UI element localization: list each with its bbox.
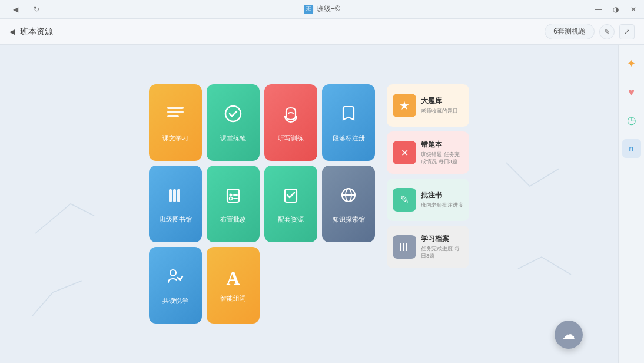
title-center: 班 班级+© — [304, 4, 340, 14]
grid-right: ★ 大题库 老师收藏的题目 ✕ 错题本 班级错题 任务完成情况 每日3题 ✎ — [387, 84, 469, 268]
nav-back-icon: ◀ — [9, 27, 15, 36]
record-card-icon — [393, 235, 416, 259]
notes-card-desc: 班内老师批注进度 — [421, 202, 463, 209]
homework-label: 布置批改 — [218, 215, 248, 223]
title-bar: ◀ ↻ 班 班级+© — ◑ ✕ — [0, 0, 644, 19]
wrong-card-title: 错题本 — [421, 140, 463, 150]
content-area: ◀ 班本资源 6套测机题 ✎ ⤢ ✦ ♥ ◷ n Toni — [0, 19, 644, 363]
card-collab[interactable]: 共读悦学 — [149, 247, 202, 324]
card-mark[interactable]: 段落标注册 — [322, 84, 375, 161]
svg-rect-1 — [167, 111, 184, 113]
sidebar-heart-icon[interactable]: ♥ — [622, 82, 641, 101]
nav-back-button[interactable]: ◀ — [9, 27, 15, 36]
svg-point-3 — [225, 106, 241, 121]
notes-card-title: 批注书 — [421, 190, 463, 200]
card-lib[interactable]: 班级图书馆 — [149, 166, 202, 242]
sidebar-star-icon[interactable]: ✦ — [622, 54, 641, 73]
record-card-text: 学习档案 任务完成进度 每日3题 — [421, 234, 463, 259]
nav-bar: ◀ 班本资源 6套测机题 ✎ ⤢ — [0, 19, 644, 45]
mark-icon — [338, 103, 359, 129]
svg-point-16 — [170, 270, 176, 276]
close-button[interactable]: ✕ — [625, 1, 642, 18]
wrong-card-text: 错题本 班级错题 任务完成情况 每日3题 — [421, 140, 463, 165]
sidebar-note-icon[interactable]: n — [622, 139, 641, 158]
right-sidebar: ✦ ♥ ◷ n — [618, 45, 644, 363]
svg-point-10 — [230, 197, 233, 200]
card-explore[interactable]: 知识探索馆 — [322, 166, 375, 242]
card-vocab[interactable]: A 智能组词 — [207, 247, 260, 324]
right-card-record[interactable]: 学习档案 任务完成进度 每日3题 — [387, 226, 469, 268]
sidebar-clock-icon[interactable]: ◷ — [622, 111, 641, 130]
card-exercise[interactable]: 课堂练笔 — [207, 84, 260, 161]
svg-rect-5 — [173, 189, 176, 202]
notes-card-icon: ✎ — [393, 188, 416, 212]
main-area: Toni 课文学习 — [0, 45, 618, 363]
homework-icon — [223, 184, 244, 210]
mark-label: 段落标注册 — [330, 134, 367, 142]
nav-title: 班本资源 — [20, 27, 53, 37]
title-bar-left: ◀ ↻ — [0, 1, 45, 18]
wrong-card-desc: 班级错题 任务完成情况 每日3题 — [421, 151, 463, 165]
nav-edit-icon[interactable]: ✎ — [599, 24, 615, 39]
explore-icon — [338, 184, 359, 210]
record-card-desc: 任务完成进度 每日3题 — [421, 246, 463, 259]
resource-label: 配套资源 — [275, 215, 306, 223]
vocab-icon: A — [226, 268, 240, 289]
favorite-card-desc: 老师收藏的题目 — [421, 108, 463, 115]
theme-button[interactable]: ◑ — [608, 1, 624, 18]
nav-right: 6套测机题 ✎ ⤢ — [545, 24, 635, 39]
right-card-notes[interactable]: ✎ 批注书 班内老师批注进度 — [387, 179, 469, 221]
record-card-title: 学习档案 — [421, 234, 463, 244]
svg-point-8 — [230, 193, 233, 196]
notes-card-text: 批注书 班内老师批注进度 — [421, 190, 463, 209]
back-button[interactable]: ◀ — [7, 1, 24, 18]
app-title: 班级+© — [317, 4, 340, 14]
lib-icon — [165, 184, 186, 210]
card-audio[interactable]: 听写训练 — [264, 84, 317, 161]
right-card-favorite[interactable]: ★ 大题库 老师收藏的题目 — [387, 84, 469, 127]
card-reading[interactable]: 课文学习 — [149, 84, 202, 161]
svg-rect-2 — [167, 115, 179, 117]
svg-rect-6 — [177, 189, 180, 202]
title-bar-controls: — ◑ ✕ — [590, 1, 644, 18]
collab-icon — [165, 266, 186, 292]
audio-label: 听写训练 — [275, 134, 306, 142]
svg-rect-0 — [167, 107, 184, 109]
exercise-label: 课堂练笔 — [218, 134, 248, 142]
cloud-button[interactable]: ☁ — [555, 321, 583, 349]
nav-expand-icon[interactable]: ⤢ — [619, 24, 635, 39]
minimize-button[interactable]: — — [590, 1, 606, 18]
svg-rect-18 — [403, 243, 404, 251]
card-resource[interactable]: 配套资源 — [264, 166, 317, 242]
reading-label: 课文学习 — [160, 134, 191, 142]
right-card-wrong[interactable]: ✕ 错题本 班级错题 任务完成情况 每日3题 — [387, 131, 469, 174]
collab-label: 共读悦学 — [160, 296, 191, 305]
nav-right-button[interactable]: 6套测机题 — [545, 24, 595, 39]
resource-icon — [280, 184, 301, 210]
lib-label: 班级图书馆 — [157, 215, 194, 223]
reading-icon — [165, 103, 186, 129]
svg-rect-4 — [169, 189, 172, 202]
favorite-card-icon: ★ — [393, 94, 416, 117]
card-homework[interactable]: 布置批改 — [207, 166, 260, 242]
vocab-label: 智能组词 — [218, 294, 248, 302]
svg-rect-19 — [406, 243, 407, 251]
app-icon: 班 — [304, 5, 313, 14]
audio-icon — [280, 103, 301, 129]
wrong-card-icon: ✕ — [393, 141, 416, 164]
exercise-icon — [223, 103, 244, 129]
svg-rect-17 — [400, 243, 401, 251]
refresh-button[interactable]: ↻ — [28, 1, 45, 18]
grid-wrapper: 课文学习 课堂练笔 — [149, 84, 469, 324]
explore-label: 知识探索馆 — [330, 215, 367, 223]
favorite-card-title: 大题库 — [421, 96, 463, 106]
grid-left: 课文学习 课堂练笔 — [149, 84, 375, 324]
favorite-card-text: 大题库 老师收藏的题目 — [421, 96, 463, 115]
